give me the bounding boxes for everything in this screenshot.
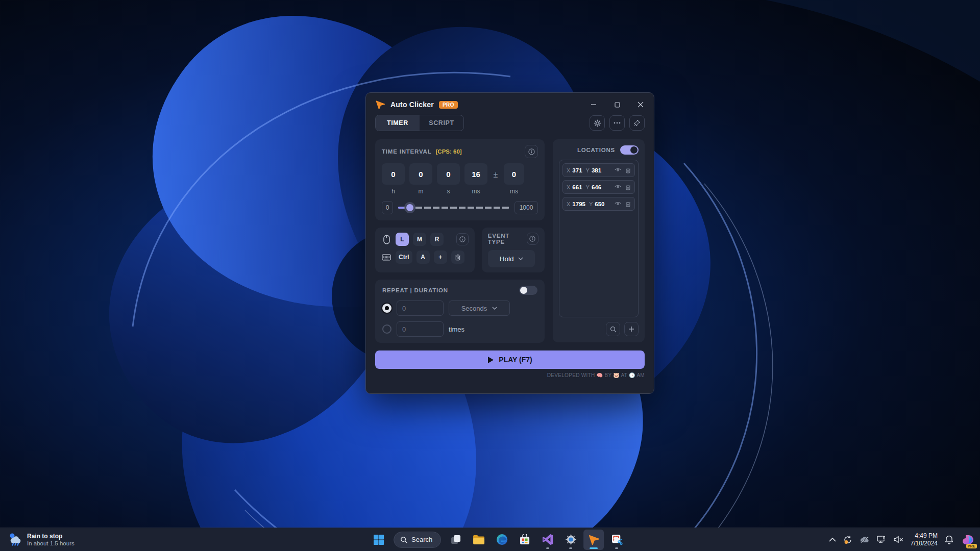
repeat-count-radio[interactable] (382, 324, 391, 334)
time-interval-info-button[interactable] (525, 145, 538, 158)
start-button[interactable] (369, 530, 389, 550)
play-button[interactable]: PLAY (F7) (375, 350, 645, 369)
trash-icon (455, 254, 461, 261)
gear-icon (594, 119, 601, 127)
hidden-icons-chevron[interactable] (829, 537, 836, 542)
microsoft-store-button[interactable] (514, 530, 535, 550)
duration-value-input[interactable]: 0 (397, 300, 444, 316)
volume-muted-icon[interactable] (894, 536, 903, 543)
mouse-left-button[interactable]: L (396, 233, 409, 246)
add-key-button[interactable]: + (434, 251, 447, 264)
y-axis-label: Y (589, 201, 593, 207)
event-type-dropdown[interactable]: Hold (488, 250, 535, 267)
search-label: Search (411, 536, 432, 543)
interval-slider[interactable] (398, 204, 509, 211)
add-location-button[interactable] (624, 322, 639, 336)
minutes-input[interactable]: 0 (409, 163, 432, 185)
duration-unit-dropdown[interactable]: Seconds (449, 300, 510, 316)
sync-update-icon[interactable] (843, 535, 852, 544)
delete-location-icon[interactable] (625, 167, 631, 173)
tray-time: 4:49 PM (911, 532, 938, 540)
task-view-icon (450, 534, 461, 545)
preview-eye-icon[interactable] (615, 184, 621, 189)
pin-button[interactable] (629, 115, 645, 131)
info-icon (459, 236, 465, 242)
info-icon (528, 148, 535, 155)
repeat-duration-card: REPEAT | DURATION 0 Seconds 0 (375, 280, 545, 343)
onedrive-offline-icon[interactable] (860, 536, 870, 543)
close-button[interactable] (636, 101, 645, 109)
mouse-right-button[interactable]: R (430, 233, 444, 246)
locations-list: X 371 Y 381 X 661 Y 646 (559, 160, 639, 317)
milliseconds-input[interactable]: 16 (464, 163, 487, 185)
seconds-unit: s (447, 188, 450, 195)
mouse-middle-button[interactable]: M (413, 233, 426, 246)
tray-date: 7/10/2024 (911, 540, 938, 547)
tab-timer[interactable]: TIMER (376, 115, 420, 131)
snipping-tool-button[interactable] (606, 530, 627, 550)
y-axis-label: Y (586, 167, 590, 173)
weather-headline: Rain to stop (27, 533, 75, 540)
preview-eye-icon[interactable] (615, 201, 621, 206)
task-view-button[interactable] (446, 530, 466, 550)
maximize-button[interactable] (613, 101, 621, 109)
edge-icon (496, 534, 508, 545)
duration-radio[interactable] (382, 304, 391, 313)
auto-clicker-taskbar-button[interactable] (583, 530, 604, 550)
hotkey-ctrl[interactable]: Ctrl (396, 251, 412, 264)
play-icon (487, 356, 494, 364)
taskbar: Rain to stop In about 1.5 hours Search (0, 528, 980, 551)
search-icon (400, 536, 407, 543)
settings-button[interactable] (590, 115, 605, 131)
y-value: 381 (592, 167, 601, 173)
pick-location-button[interactable] (606, 322, 620, 336)
delete-location-icon[interactable] (625, 201, 631, 207)
weather-widget[interactable]: Rain to stop In about 1.5 hours (3, 528, 79, 551)
edge-browser-button[interactable] (492, 530, 512, 550)
locations-toggle[interactable] (620, 145, 639, 155)
mouse-info-button[interactable] (456, 233, 469, 245)
location-row[interactable]: X 1795 Y 650 (562, 197, 635, 211)
file-explorer-button[interactable] (469, 530, 489, 550)
clear-keys-button[interactable] (451, 251, 464, 264)
running-indicator (569, 547, 572, 549)
x-axis-label: X (567, 167, 570, 173)
ellipsis-icon (614, 122, 621, 124)
developer-credit: DEVELOPED WITH 🧠 BY 🐷 AT 🕒 AM (366, 369, 654, 383)
hours-unit: h (391, 188, 395, 195)
minimize-button[interactable] (590, 101, 598, 109)
copilot-button[interactable]: PRE (961, 531, 976, 548)
file-explorer-icon (473, 534, 485, 545)
seconds-input[interactable]: 0 (437, 163, 460, 185)
delete-location-icon[interactable] (625, 184, 631, 190)
network-ethernet-icon[interactable] (877, 536, 887, 544)
rain-weather-icon (7, 532, 22, 547)
location-row[interactable]: X 371 Y 381 (562, 163, 635, 177)
clock[interactable]: 4:49 PM 7/10/2024 (911, 532, 938, 547)
random-offset-input[interactable]: 0 (504, 163, 524, 185)
slider-thumb[interactable] (406, 204, 413, 211)
event-type-value: Hold (500, 255, 514, 263)
settings-app-button[interactable] (560, 530, 581, 550)
visual-studio-button[interactable] (537, 530, 558, 550)
hours-input[interactable]: 0 (382, 163, 405, 185)
taskbar-search[interactable]: Search (394, 532, 441, 548)
window-title: Auto Clicker (390, 101, 434, 109)
preview-eye-icon[interactable] (615, 167, 621, 172)
more-options-button[interactable] (609, 115, 625, 131)
notifications-bell-icon[interactable] (945, 535, 953, 544)
repeat-count-input[interactable]: 0 (397, 321, 444, 337)
location-row[interactable]: X 661 Y 646 (562, 180, 635, 194)
copilot-pre-badge: PRE (966, 544, 977, 548)
plus-minus-symbol: ± (492, 170, 499, 180)
event-type-info-button[interactable] (527, 233, 538, 245)
random-offset-unit: ms (510, 188, 518, 195)
play-label: PLAY (F7) (499, 356, 532, 364)
repeat-duration-label: REPEAT | DURATION (382, 287, 448, 293)
tab-script[interactable]: SCRIPT (420, 115, 463, 131)
repeat-toggle[interactable] (519, 286, 537, 295)
auto-clicker-icon (588, 534, 600, 545)
hotkey-a[interactable]: A (416, 251, 430, 264)
y-axis-label: Y (586, 184, 590, 190)
y-value: 646 (592, 184, 601, 190)
